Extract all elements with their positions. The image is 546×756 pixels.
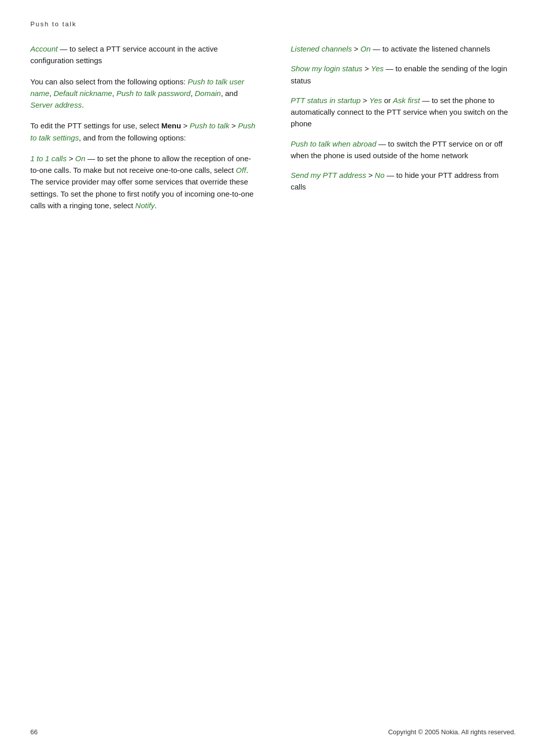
notify-value: Notify xyxy=(135,201,155,210)
options-para: You can also select from the following o… xyxy=(30,76,255,111)
push-abroad-para: Push to talk when abroad — to switch the… xyxy=(291,138,516,162)
login-status-para: Show my login status > Yes — to enable t… xyxy=(291,63,516,86)
calls-section: 1 to 1 calls > On — to set the phone to … xyxy=(30,153,255,211)
one-to-one-calls: 1 to 1 calls xyxy=(30,154,67,163)
edit-settings-text1: To edit the PTT settings for use, select xyxy=(30,121,161,130)
page: Push to talk Account — to select a PTT s… xyxy=(0,0,546,756)
page-header: Push to talk xyxy=(30,20,516,28)
header-title: Push to talk xyxy=(30,20,76,28)
calls-para: 1 to 1 calls > On — to set the phone to … xyxy=(30,153,255,211)
ptt-status-value2: Ask first xyxy=(393,96,420,105)
login-status-section: Show my login status > Yes — to enable t… xyxy=(291,63,516,86)
copyright: Copyright © 2005 Nokia. All rights reser… xyxy=(388,728,516,736)
content-wrapper: Account — to select a PTT service accoun… xyxy=(30,43,516,219)
off-value: Off xyxy=(236,166,246,174)
account-label: Account xyxy=(30,44,58,53)
menu-bold: Menu xyxy=(161,121,181,130)
push-abroad-label: Push to talk when abroad xyxy=(291,139,376,148)
listened-channels-text: — to activate the listened channels xyxy=(371,44,490,53)
edit-settings-text2: , and from the following options: xyxy=(79,133,186,142)
default-nickname: Default nickname xyxy=(54,89,112,98)
server-address: Server address xyxy=(30,101,82,109)
send-ptt-address-section: Send my PTT address > No — to hide your … xyxy=(291,169,516,193)
on-value: On xyxy=(75,154,85,163)
listened-channels-value: On xyxy=(360,44,371,53)
login-status-label: Show my login status xyxy=(291,64,362,73)
send-ptt-address-para: Send my PTT address > No — to hide your … xyxy=(291,169,516,193)
account-para: Account — to select a PTT service accoun… xyxy=(30,43,255,67)
push-to-talk-password: Push to talk password xyxy=(116,89,191,98)
login-status-value: Yes xyxy=(371,64,384,73)
ptt-status-label: PTT status in startup xyxy=(291,96,360,105)
account-text: — to select a PTT service account in the… xyxy=(30,44,218,65)
send-ptt-address-label: Send my PTT address xyxy=(291,171,366,179)
page-footer: 66 Copyright © 2005 Nokia. All rights re… xyxy=(30,728,516,736)
edit-settings-para: To edit the PTT settings for use, select… xyxy=(30,120,255,144)
listened-channels-para: Listened channels > On — to activate the… xyxy=(291,43,516,55)
ptt-status-value1: Yes xyxy=(370,96,382,105)
page-number: 66 xyxy=(30,728,37,736)
listened-channels-label: Listened channels xyxy=(291,44,352,53)
send-ptt-address-value: No xyxy=(375,171,384,179)
left-column: Account — to select a PTT service accoun… xyxy=(30,43,265,219)
options-intro: You can also select from the following o… xyxy=(30,77,188,86)
push-abroad-section: Push to talk when abroad — to switch the… xyxy=(291,138,516,162)
listened-channels-section: Listened channels > On — to activate the… xyxy=(291,43,516,55)
domain: Domain xyxy=(195,89,221,98)
ptt-status-para: PTT status in startup > Yes or Ask first… xyxy=(291,94,516,130)
right-column: Listened channels > On — to activate the… xyxy=(286,43,516,219)
ptt-status-section: PTT status in startup > Yes or Ask first… xyxy=(291,94,516,130)
push-to-talk-menu: Push to talk xyxy=(190,121,229,130)
